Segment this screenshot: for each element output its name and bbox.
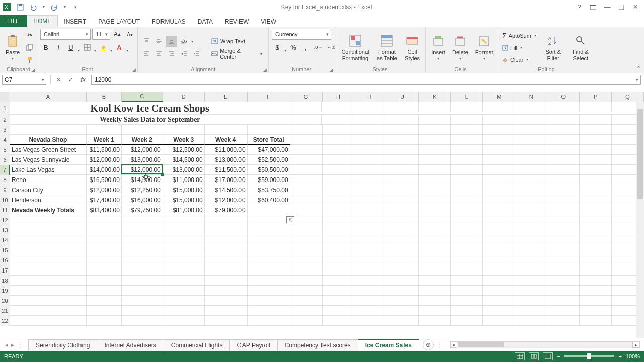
header-cell[interactable]	[547, 135, 580, 145]
row-header-13[interactable]: 13	[0, 225, 10, 235]
cut-icon[interactable]: ✂	[24, 30, 35, 41]
minimize-icon[interactable]: —	[601, 2, 614, 12]
data-cell[interactable]	[354, 175, 386, 185]
fill-handle[interactable]	[161, 173, 164, 176]
data-cell[interactable]	[451, 205, 483, 215]
cell[interactable]	[290, 235, 323, 245]
cell[interactable]	[483, 115, 515, 125]
page-break-view-icon[interactable]	[543, 352, 553, 360]
data-cell[interactable]	[386, 185, 419, 195]
cell[interactable]	[322, 115, 354, 125]
data-cell[interactable]: $16,000.00	[122, 195, 163, 205]
cell[interactable]	[515, 255, 547, 265]
header-cell[interactable]: Nevada Shop	[10, 135, 87, 145]
maximize-icon[interactable]	[615, 2, 628, 12]
cell[interactable]	[580, 276, 612, 286]
data-cell[interactable]: $12,500.00	[163, 145, 205, 155]
data-cell[interactable]	[515, 175, 547, 185]
cell[interactable]	[451, 276, 483, 286]
cell[interactable]	[515, 286, 547, 296]
cell[interactable]	[87, 245, 122, 255]
data-cell[interactable]	[451, 185, 483, 195]
data-cell[interactable]	[290, 165, 323, 175]
cell[interactable]	[419, 115, 451, 125]
data-cell[interactable]	[290, 175, 323, 185]
delete-cells-button[interactable]: Delete▾	[450, 33, 471, 62]
cell[interactable]	[451, 265, 483, 276]
row-header-12[interactable]: 12	[0, 215, 10, 225]
select-all-button[interactable]	[0, 92, 10, 102]
column-header-E[interactable]: E	[205, 92, 248, 102]
cell[interactable]	[323, 255, 355, 265]
data-cell[interactable]: $11,000.00	[163, 175, 205, 185]
cell[interactable]	[483, 215, 515, 225]
column-header-P[interactable]: P	[580, 92, 612, 102]
header-cell[interactable]	[483, 135, 515, 145]
cell[interactable]	[323, 235, 355, 245]
cell[interactable]	[323, 225, 355, 235]
cell[interactable]	[248, 255, 290, 265]
cell[interactable]	[354, 245, 386, 255]
cell[interactable]	[205, 276, 248, 286]
cell[interactable]	[354, 255, 386, 265]
data-cell[interactable]	[483, 205, 515, 215]
column-header-O[interactable]: O	[547, 92, 580, 102]
data-cell[interactable]	[547, 185, 580, 195]
cell[interactable]	[323, 306, 355, 316]
column-header-N[interactable]: N	[515, 92, 547, 102]
data-cell[interactable]	[580, 175, 612, 185]
cell[interactable]	[205, 265, 248, 276]
cell[interactable]	[354, 225, 386, 235]
row-header-8[interactable]: 8	[0, 175, 10, 185]
data-cell[interactable]	[419, 175, 451, 185]
format-painter-icon[interactable]	[24, 55, 35, 66]
align-bottom-icon[interactable]	[166, 36, 177, 47]
close-icon[interactable]: ✕	[629, 2, 642, 12]
data-cell[interactable]: $83,400.00	[87, 205, 122, 215]
cell[interactable]	[515, 115, 547, 125]
cell[interactable]	[163, 235, 205, 245]
data-cell[interactable]	[386, 165, 419, 175]
subtitle-cell[interactable]: Weekly Sales Data for September	[10, 115, 290, 125]
align-left-icon[interactable]	[141, 48, 152, 59]
cell[interactable]	[451, 286, 483, 296]
cell[interactable]	[290, 255, 323, 265]
cell[interactable]	[451, 316, 483, 326]
cell[interactable]	[87, 235, 122, 245]
cell[interactable]	[386, 245, 419, 255]
cell[interactable]	[580, 102, 612, 112]
column-header-M[interactable]: M	[483, 92, 515, 102]
cell[interactable]	[419, 102, 451, 112]
cell[interactable]	[290, 245, 323, 255]
chevron-down-icon[interactable]: ▾	[78, 48, 80, 53]
column-header-J[interactable]: J	[386, 92, 419, 102]
cell[interactable]	[163, 306, 205, 316]
cell[interactable]	[163, 316, 205, 326]
insert-cells-button[interactable]: Insert▾	[429, 33, 448, 62]
cell[interactable]	[354, 286, 386, 296]
data-cell[interactable]: Reno	[10, 175, 87, 185]
column-header-I[interactable]: I	[354, 92, 386, 102]
data-cell[interactable]	[547, 195, 580, 205]
cell[interactable]	[515, 245, 547, 255]
cell[interactable]	[248, 296, 290, 306]
cell[interactable]	[10, 296, 87, 306]
font-size-combo[interactable]: 11	[92, 29, 110, 40]
cell[interactable]	[205, 286, 248, 296]
merge-center-button[interactable]: Merge & Center▾	[208, 48, 265, 59]
cell[interactable]	[122, 265, 163, 276]
name-box[interactable]: C7	[2, 75, 46, 85]
cell[interactable]	[386, 265, 419, 276]
row-header-19[interactable]: 19	[0, 286, 10, 296]
chevron-down-icon[interactable]: ▾	[284, 48, 286, 53]
cell[interactable]	[483, 306, 515, 316]
cell[interactable]	[122, 306, 163, 316]
tab-formulas[interactable]: FORMULAS	[146, 16, 192, 27]
cell[interactable]	[290, 306, 323, 316]
header-cell[interactable]: Week 2	[122, 135, 163, 145]
cell[interactable]	[323, 265, 355, 276]
format-as-table-button[interactable]: Format as Table	[374, 32, 400, 62]
data-cell[interactable]	[451, 155, 483, 165]
cell[interactable]	[87, 296, 122, 306]
formula-bar[interactable]: 12000▾	[91, 75, 641, 85]
